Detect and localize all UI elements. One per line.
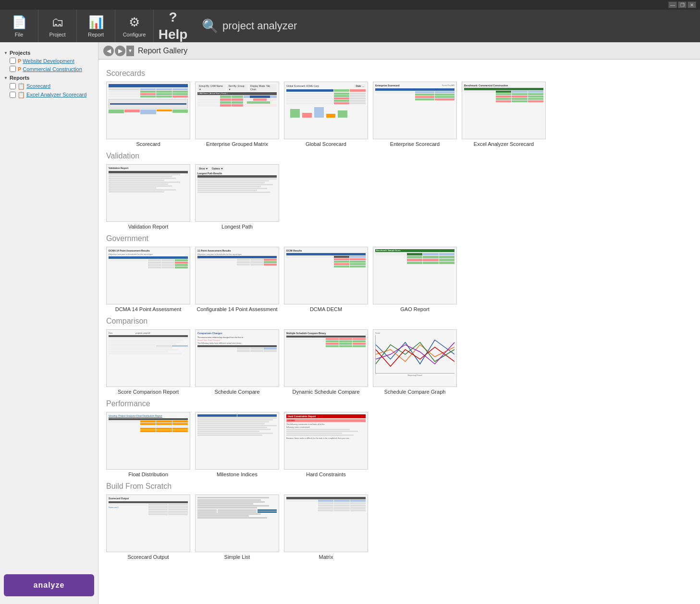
nav-forward-button[interactable]: ▶ xyxy=(115,46,125,56)
app-title-text: project analyzer xyxy=(222,20,297,32)
report-card-enterprise-scorecard[interactable]: Enterprise Scorecard Score-Proj A/B xyxy=(373,82,457,147)
help-button[interactable]: ? Help xyxy=(154,10,192,42)
report-label-float-dist: Float Distribution xyxy=(128,471,168,477)
report-card-float-dist[interactable]: Viewing: Project Analyzer Float Distribu… xyxy=(106,412,190,477)
gallery-body[interactable]: Scorecards xyxy=(98,60,700,604)
gallery-header: ◀ ▶ ▼ Report Gallery xyxy=(98,42,700,60)
performance-grid: Viewing: Project Analyzer Float Distribu… xyxy=(106,412,692,477)
report-link-excel[interactable]: Excel Analyzer Scorecard xyxy=(26,92,86,97)
report-card-scorecard[interactable]: Scorecard xyxy=(106,82,190,147)
report-thumb-scorecard-output: Scorecard Output Score cat 1 xyxy=(106,495,190,552)
report-card-longest-path[interactable]: Show ▼ Options ▼ Longest Path Results xyxy=(195,164,279,230)
gallery-title: Report Gallery xyxy=(138,47,187,55)
project-checkbox-commercial[interactable] xyxy=(10,66,16,72)
minimize-button[interactable]: — xyxy=(668,1,677,8)
report-thumb-dynamic-compare: Multiple Schedule Compare Binary xyxy=(284,329,368,387)
report-thumb-global-scorecard: Global Scorecard: ACME Corp Date: ... xyxy=(284,82,368,139)
app-title: 🔍 project analyzer xyxy=(202,18,297,34)
main-layout: Projects P Website Development P Commerc… xyxy=(0,42,700,604)
project-checkbox-website[interactable] xyxy=(10,58,16,64)
toolbar: 📄 File 🗂 Project 📊 Report ⚙ Configure ? … xyxy=(0,10,700,42)
report-link-scorecard[interactable]: Scorecard xyxy=(26,83,50,89)
section-build-from-scratch: Build From Scratch xyxy=(106,482,692,491)
report-card-decm[interactable]: DCIM Results xyxy=(284,247,368,312)
report-checkbox-scorecard[interactable] xyxy=(10,83,16,89)
report-label-enterprise-matrix: Enterprise Grouped Matrix xyxy=(206,141,268,147)
report-label-simple-list: Simple List xyxy=(224,554,250,560)
report-thumb-score-compare: Data projects, project2 xyxy=(106,329,190,387)
report-thumb-gao: Benchmark: Sample Score xyxy=(373,247,457,304)
sidebar-item-scorecard[interactable]: 📋 Scorecard xyxy=(0,82,98,90)
report-thumb-enterprise-matrix: Group By: CAM Name ▼ Sort By: Group ▼ Di… xyxy=(195,82,279,139)
report-card-compare-graph[interactable]: Score Reporting Period xyxy=(373,329,457,395)
nav-dropdown-button[interactable]: ▼ xyxy=(126,46,134,56)
report-card-schedule-compare[interactable]: Comparison Changes The assessment relati… xyxy=(195,329,279,395)
report-card-simple-list[interactable]: Simple List xyxy=(195,495,279,560)
report-checkbox-excel[interactable] xyxy=(10,92,16,98)
report-card-hard-constraints[interactable]: Hard Constraints Report 5/3/2021 The fol… xyxy=(284,412,368,477)
file-icon: 📄 xyxy=(12,15,27,30)
validation-grid: Validation Report xyxy=(106,164,692,230)
report-card-matrix[interactable]: Matrix xyxy=(284,495,368,560)
report-label-compare-graph: Schedule Compare Graph xyxy=(384,389,446,395)
report-card-milestone[interactable]: Milestone Indices xyxy=(195,412,279,477)
report-label-validation: Validation Report xyxy=(128,224,169,230)
report-button[interactable]: 📊 Report xyxy=(77,10,115,42)
report-thumb-schedule-compare: Comparison Changes The assessment relati… xyxy=(195,329,279,387)
sidebar-item-commercial[interactable]: P Commercial Construction xyxy=(0,65,98,73)
nav-back-button[interactable]: ◀ xyxy=(103,46,114,56)
report-label-milestone: Milestone Indices xyxy=(217,471,258,477)
scorecard-icon: 📋 xyxy=(18,83,25,89)
reports-section-title: Reports xyxy=(0,73,98,82)
configure-icon: ⚙ xyxy=(129,15,140,30)
gallery-panel: ◀ ▶ ▼ Report Gallery Scorecards xyxy=(98,42,700,604)
report-label-scorecard-output: Scorecard Output xyxy=(127,554,169,560)
build-grid: Scorecard Output Score cat 1 xyxy=(106,495,692,560)
report-card-gao[interactable]: Benchmark: Sample Score xyxy=(373,247,457,312)
report-card-validation[interactable]: Validation Report xyxy=(106,164,190,230)
report-card-dynamic-compare[interactable]: Multiple Schedule Compare Binary xyxy=(284,329,368,395)
report-thumb-float-dist: Viewing: Project Analyzer Float Distribu… xyxy=(106,412,190,470)
report-thumb-milestone xyxy=(195,412,279,470)
report-label-decm: DCMA DECM xyxy=(310,306,342,312)
report-card-excel-scorecard[interactable]: Benchmark: Commercial Construction xyxy=(462,82,546,147)
report-label: Report xyxy=(88,32,104,37)
government-grid: DCMA 14 Point Assessment Results Objecti… xyxy=(106,247,692,312)
p-icon-orange2: P xyxy=(18,66,21,72)
help-label: Help xyxy=(159,27,188,42)
project-link-website[interactable]: Website Development xyxy=(23,58,74,64)
close-button[interactable]: ✕ xyxy=(688,1,696,8)
section-validation: Validation xyxy=(106,152,692,160)
report-card-scorecard-output[interactable]: Scorecard Output Score cat 1 xyxy=(106,495,190,560)
report-thumb-hard-constraints: Hard Constraints Report 5/3/2021 The fol… xyxy=(284,412,368,470)
project-button[interactable]: 🗂 Project xyxy=(38,10,77,42)
file-button[interactable]: 📄 File xyxy=(0,10,38,42)
configure-label: Configure xyxy=(123,32,146,37)
report-thumb-simple-list xyxy=(195,495,279,552)
report-card-dcma14[interactable]: DCMA 14 Point Assessment Results Objecti… xyxy=(106,247,190,312)
report-label-excel-scorecard: Excel Analyzer Scorecard xyxy=(474,141,534,147)
sidebar: Projects P Website Development P Commerc… xyxy=(0,42,98,604)
sidebar-item-excel-scorecard[interactable]: 📋 Excel Analyzer Scorecard xyxy=(0,90,98,99)
report-thumb-compare-graph: Score Reporting Period xyxy=(373,329,457,387)
projects-section-title: Projects xyxy=(0,48,98,57)
project-icon: 🗂 xyxy=(51,15,64,30)
title-bar: — ❐ ✕ xyxy=(0,0,700,10)
section-comparison: Comparison xyxy=(106,317,692,326)
report-card-global-scorecard[interactable]: Global Scorecard: ACME Corp Date: ... xyxy=(284,82,368,147)
report-card-score-compare[interactable]: Data projects, project2 xyxy=(106,329,190,395)
restore-button[interactable]: ❐ xyxy=(678,1,687,8)
scorecards-grid: Scorecard Group By: CAM Name ▼ Sort By: … xyxy=(106,82,692,147)
sidebar-item-website-dev[interactable]: P Website Development xyxy=(0,57,98,65)
project-label: Project xyxy=(49,32,65,37)
analyze-button[interactable]: analyze xyxy=(4,574,94,596)
report-card-config14[interactable]: 11 Point Assessment Results Objective: c… xyxy=(195,247,279,312)
report-label-dcma14: DCMA 14 Point Assessment xyxy=(115,306,182,312)
report-card-enterprise-matrix[interactable]: Group By: CAM Name ▼ Sort By: Group ▼ Di… xyxy=(195,82,279,147)
project-link-commercial[interactable]: Commercial Construction xyxy=(23,66,82,72)
section-government: Government xyxy=(106,234,692,243)
configure-button[interactable]: ⚙ Configure xyxy=(115,10,154,42)
report-thumb-longest-path: Show ▼ Options ▼ Longest Path Results xyxy=(195,164,279,222)
report-label-score-compare: Score Comparison Report xyxy=(118,389,179,395)
report-thumb-validation: Validation Report xyxy=(106,164,190,222)
